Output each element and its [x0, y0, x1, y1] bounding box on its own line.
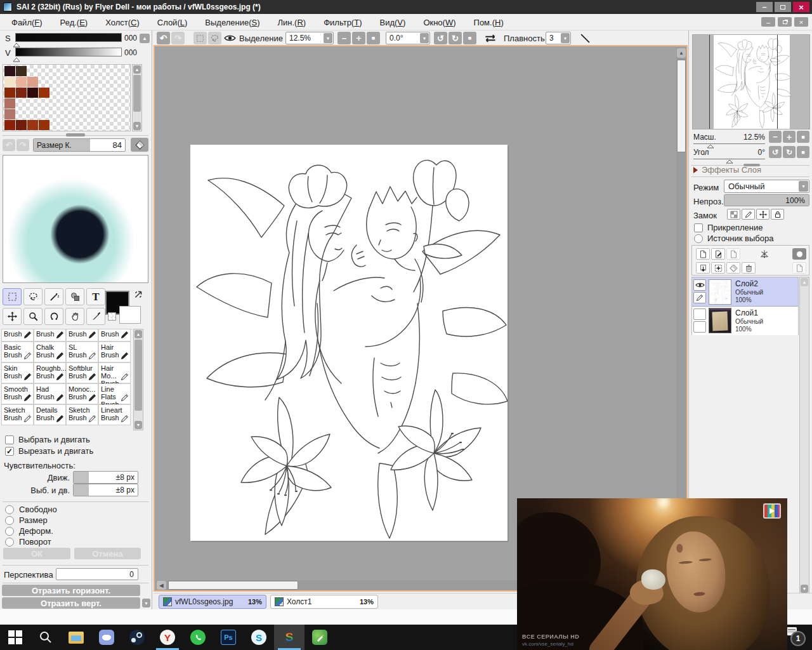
new-folder-button[interactable] [726, 248, 740, 260]
taskbar-skype-icon[interactable]: S [244, 625, 274, 650]
cut-and-move-row[interactable]: ✓ Вырезать и двигать [5, 446, 93, 456]
eyedropper-tool[interactable] [86, 308, 105, 325]
brush-details[interactable]: DetailsBrush [34, 404, 66, 425]
flip-view-icon[interactable] [483, 34, 497, 43]
titlebar-minimize-button[interactable]: – [756, 2, 773, 12]
hand-tool[interactable] [65, 308, 84, 325]
blend-mode-dropdown[interactable]: Обычный ▾ [724, 180, 809, 193]
brush-roughb[interactable]: Roughb...Brush [34, 362, 66, 383]
brush-scroll-thumb[interactable] [134, 340, 142, 411]
palette-swatch[interactable] [39, 88, 49, 98]
nav-angle-marker[interactable] [726, 159, 733, 164]
rotate-ccw-button[interactable]: ↺ [434, 32, 447, 44]
palette-swatch[interactable] [4, 120, 15, 130]
clipping-group-row[interactable]: Прикрепление [694, 223, 763, 232]
tab-vfwl0ssgeos[interactable]: vfWL0ssgeos.jpg 13% [159, 595, 266, 609]
brush-basic[interactable]: BasicBrush [1, 342, 34, 362]
merge-down-button[interactable] [696, 262, 710, 274]
brush-sl[interactable]: SLBrush [66, 342, 98, 362]
layer1-visibility-toggle[interactable] [693, 308, 706, 320]
brush-color[interactable]: ColorBrush [98, 329, 131, 342]
smoothness-dropdown-arrow-icon[interactable]: ▾ [561, 33, 570, 43]
taskbar-file-explorer-icon[interactable] [61, 625, 91, 650]
transform-mode-0[interactable]: Свободно [5, 504, 145, 515]
opacity-slider[interactable]: 100% [724, 194, 809, 206]
selection-visibility-icon[interactable] [224, 34, 236, 42]
taskbar-steam-icon[interactable] [122, 625, 152, 650]
canvas-scroll-left-icon[interactable]: ◀ [157, 581, 166, 590]
lock-position-button[interactable] [756, 209, 769, 220]
eraser-toggle-button[interactable] [131, 138, 148, 152]
move-tool[interactable] [3, 308, 22, 325]
brush-sketch[interactable]: SketchBrush [1, 404, 34, 425]
transform-cancel-button[interactable]: Отмена [74, 548, 141, 559]
shape-tool[interactable] [65, 288, 84, 305]
palette-swatch[interactable] [39, 120, 49, 130]
select-and-move-row[interactable]: Выбрать и двигать [5, 435, 90, 444]
panel-splitter-handle[interactable] [66, 133, 85, 136]
saturation-slider-marker[interactable] [13, 43, 20, 48]
brush-hairmo[interactable]: Hair Mo...Brush [98, 362, 131, 383]
rotate-cw-button[interactable]: ↻ [449, 32, 462, 44]
undo-button[interactable]: ↶ [157, 32, 170, 44]
notification-badge[interactable]: 1 [790, 631, 806, 646]
canvas-vscroll-thumb[interactable] [677, 60, 686, 152]
brush-scroll-up-icon[interactable]: ▲ [134, 330, 142, 338]
lock-transparency-button[interactable] [727, 209, 740, 220]
brush-lineflats[interactable]: Line FlatsBrush [98, 383, 131, 404]
rotate-tool[interactable] [44, 308, 63, 325]
deselect-button[interactable] [193, 32, 207, 44]
taskbar-start-icon[interactable] [0, 625, 30, 650]
value-slider-marker[interactable] [13, 57, 20, 62]
magic-wand-tool[interactable] [44, 288, 63, 305]
nav-scale-slider[interactable] [693, 143, 765, 144]
brush-had[interactable]: HadBrush [34, 383, 66, 404]
palette-scroll-thumb[interactable] [133, 75, 141, 112]
brush-ink[interactable]: InkBrush [34, 329, 66, 342]
flip-more-dropdown-icon[interactable]: ▼ [142, 599, 150, 607]
taskbar-search-icon[interactable] [30, 625, 61, 650]
palette-swatch[interactable] [27, 88, 38, 98]
menu-item-выделение[interactable]: Выделение(S) [196, 15, 268, 30]
nav-rotate-ccw-button[interactable]: ↺ [769, 146, 782, 158]
palette-swatch[interactable] [4, 66, 15, 76]
layer2-thumbnail[interactable] [709, 279, 731, 305]
redo-button[interactable]: ↷ [171, 32, 185, 44]
brush-softblur[interactable]: SoftblurBrush [66, 362, 98, 383]
new-layer-button[interactable] [696, 248, 710, 260]
brush-smooth[interactable]: SmoothBrush [1, 383, 34, 404]
nav-angle-reset-button[interactable]: ■ [797, 146, 809, 158]
smoothness-dropdown[interactable]: 3 ▾ [546, 32, 571, 44]
brush-redo-button[interactable]: ↷ [16, 139, 29, 151]
duplicate-layer-button[interactable] [792, 262, 806, 274]
saturation-slider[interactable] [15, 33, 122, 42]
zoom-dropdown[interactable]: 12.5% ▾ [285, 32, 334, 44]
layer-mask-button[interactable] [792, 248, 806, 260]
palette-swatch[interactable] [16, 88, 27, 98]
brush-grid-scrollbar[interactable]: ▲ ▼ [133, 329, 143, 430]
canvas-document[interactable] [190, 145, 508, 541]
layer-row-1[interactable]: Слой1 Обычный 100% [692, 307, 798, 335]
layer-scroll-down-icon[interactable]: ▼ [801, 585, 808, 593]
delete-layer-button[interactable] [742, 262, 756, 274]
layer2-visibility-toggle[interactable] [693, 279, 706, 291]
menu-item-файл[interactable]: Файл(F) [3, 15, 51, 30]
titlebar-restore-button[interactable] [775, 2, 791, 12]
cut-and-move-checkbox[interactable]: ✓ [5, 447, 14, 456]
zoom-dropdown-arrow-icon[interactable]: ▾ [324, 33, 332, 43]
brush-undo-button[interactable]: ↶ [3, 139, 15, 151]
palette-swatch[interactable] [16, 120, 27, 130]
fill-new-button[interactable] [711, 262, 725, 274]
palette-swatch[interactable] [27, 120, 38, 130]
transform-mode-3[interactable]: Поворот [5, 536, 145, 547]
invert-selection-button[interactable] [208, 32, 221, 44]
brush-hair[interactable]: HairBrush [98, 342, 131, 362]
zoom-out-button[interactable]: − [337, 32, 351, 44]
transform-ok-button[interactable]: ОК [3, 548, 70, 559]
clear-layer-button[interactable] [726, 262, 740, 274]
perspective-ruler-icon[interactable] [759, 249, 769, 259]
background-color-swatch[interactable] [119, 306, 141, 324]
brush-size-slider[interactable]: Размер К. 84 [33, 138, 126, 152]
transform-mode-2[interactable]: Деформ. [5, 526, 145, 536]
zoom-in-button[interactable]: ＋ [352, 32, 365, 44]
